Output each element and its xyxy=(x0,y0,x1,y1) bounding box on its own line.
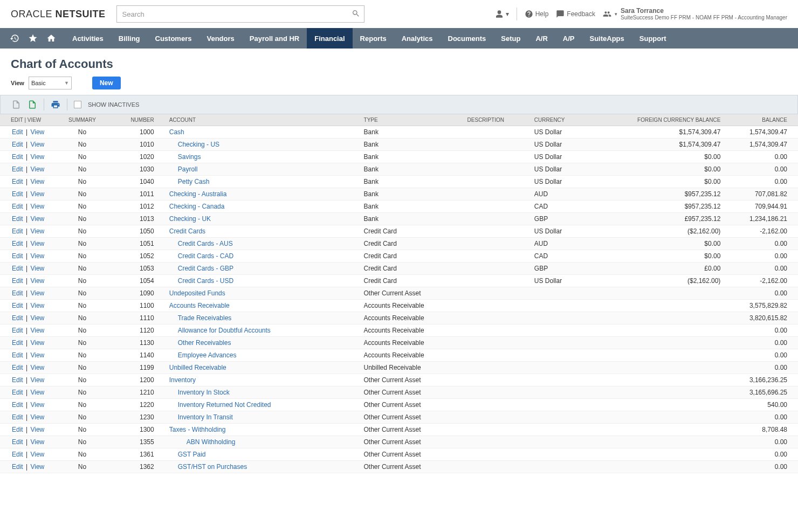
account-link[interactable]: Allowance for Doubtful Accounts xyxy=(169,327,271,334)
account-link[interactable]: Inventory Returned Not Credited xyxy=(169,401,271,409)
print-icon[interactable] xyxy=(51,100,60,109)
edit-link[interactable]: Edit xyxy=(12,302,23,309)
view-link[interactable]: View xyxy=(30,364,44,371)
edit-link[interactable]: Edit xyxy=(12,141,23,148)
account-link[interactable]: Petty Cash xyxy=(169,178,210,185)
edit-link[interactable]: Edit xyxy=(12,438,23,446)
search-input[interactable] xyxy=(116,5,364,23)
account-link[interactable]: Unbilled Receivable xyxy=(169,364,226,371)
help-button[interactable]: Help xyxy=(525,10,549,18)
edit-link[interactable]: Edit xyxy=(12,289,23,297)
view-link[interactable]: View xyxy=(30,426,44,433)
account-link[interactable]: Checking - UK xyxy=(169,215,211,223)
nav-documents[interactable]: Documents xyxy=(441,28,494,49)
view-link[interactable]: View xyxy=(30,240,44,247)
star-icon[interactable] xyxy=(28,33,38,43)
view-link[interactable]: View xyxy=(30,178,44,185)
edit-link[interactable]: Edit xyxy=(12,401,23,409)
view-link[interactable]: View xyxy=(30,327,44,334)
nav-analytics[interactable]: Analytics xyxy=(394,28,441,49)
account-link[interactable]: Cash xyxy=(169,128,184,136)
account-link[interactable]: Taxes - Withholding xyxy=(169,426,226,433)
new-button[interactable]: New xyxy=(92,77,121,89)
edit-link[interactable]: Edit xyxy=(12,128,23,136)
edit-link[interactable]: Edit xyxy=(12,339,23,347)
account-link[interactable]: GST Paid xyxy=(169,451,206,458)
view-link[interactable]: View xyxy=(30,153,44,161)
export-excel-icon[interactable] xyxy=(27,100,37,109)
edit-link[interactable]: Edit xyxy=(12,203,23,210)
account-link[interactable]: Checking - Canada xyxy=(169,203,225,210)
account-link[interactable]: ABN Withholding xyxy=(169,438,236,446)
edit-link[interactable]: Edit xyxy=(12,351,23,359)
edit-link[interactable]: Edit xyxy=(12,426,23,433)
history-icon[interactable] xyxy=(10,33,19,43)
edit-link[interactable]: Edit xyxy=(12,153,23,161)
account-link[interactable]: Credit Cards - CAD xyxy=(169,252,233,260)
view-link[interactable]: View xyxy=(30,277,44,285)
col-editview[interactable]: EDIT | VIEW xyxy=(0,114,55,126)
view-link[interactable]: View xyxy=(30,339,44,347)
view-link[interactable]: View xyxy=(30,302,44,309)
account-link[interactable]: Credit Cards - AUS xyxy=(169,240,233,247)
col-number[interactable]: NUMBER xyxy=(109,114,158,126)
edit-link[interactable]: Edit xyxy=(12,215,23,223)
view-link[interactable]: View xyxy=(30,401,44,409)
view-link[interactable]: View xyxy=(30,128,44,136)
home-icon[interactable] xyxy=(46,33,56,43)
edit-link[interactable]: Edit xyxy=(12,389,23,396)
col-type[interactable]: TYPE xyxy=(360,114,463,126)
account-link[interactable]: Other Receivables xyxy=(169,339,231,347)
edit-link[interactable]: Edit xyxy=(12,190,23,198)
col-currency[interactable]: CURRENCY xyxy=(530,114,603,126)
view-link[interactable]: View xyxy=(30,190,44,198)
col-account[interactable]: ACCOUNT xyxy=(159,114,360,126)
edit-link[interactable]: Edit xyxy=(12,227,23,235)
user-menu[interactable]: ▾ Sara Torrance SuiteSuccess Demo FF PRM… xyxy=(603,7,787,21)
account-link[interactable]: Checking - US xyxy=(169,141,219,148)
view-link[interactable]: View xyxy=(30,413,44,421)
view-link[interactable]: View xyxy=(30,351,44,359)
col-fcb[interactable]: FOREIGN CURRENCY BALANCE xyxy=(603,114,725,126)
edit-link[interactable]: Edit xyxy=(12,265,23,272)
view-link[interactable]: View xyxy=(30,289,44,297)
edit-link[interactable]: Edit xyxy=(12,327,23,334)
nav-financial[interactable]: Financial xyxy=(307,28,352,49)
role-switcher-icon[interactable]: ▾ xyxy=(495,10,509,18)
view-select[interactable]: Basic ▼ xyxy=(29,77,72,89)
show-inactives-checkbox[interactable] xyxy=(74,101,81,108)
nav-reports[interactable]: Reports xyxy=(353,28,394,49)
view-link[interactable]: View xyxy=(30,376,44,384)
account-link[interactable]: Credit Cards - USD xyxy=(169,277,233,285)
nav-a-p[interactable]: A/P xyxy=(555,28,582,49)
nav-activities[interactable]: Activities xyxy=(65,28,111,49)
view-link[interactable]: View xyxy=(30,165,44,173)
col-description[interactable]: DESCRIPTION xyxy=(463,114,530,126)
edit-link[interactable]: Edit xyxy=(12,413,23,421)
col-summary[interactable]: SUMMARY xyxy=(55,114,110,126)
nav-setup[interactable]: Setup xyxy=(493,28,528,49)
view-link[interactable]: View xyxy=(30,314,44,322)
edit-link[interactable]: Edit xyxy=(12,165,23,173)
nav-suiteapps[interactable]: SuiteApps xyxy=(582,28,632,49)
view-link[interactable]: View xyxy=(30,141,44,148)
edit-link[interactable]: Edit xyxy=(12,376,23,384)
edit-link[interactable]: Edit xyxy=(12,240,23,247)
account-link[interactable]: Accounts Receivable xyxy=(169,302,230,309)
edit-link[interactable]: Edit xyxy=(12,463,23,471)
nav-payroll-and-hr[interactable]: Payroll and HR xyxy=(242,28,307,49)
view-link[interactable]: View xyxy=(30,215,44,223)
export-csv-icon[interactable] xyxy=(11,100,21,109)
nav-support[interactable]: Support xyxy=(632,28,674,49)
account-link[interactable]: GST/HST on Purchases xyxy=(169,463,247,471)
account-link[interactable]: Credit Cards xyxy=(169,227,205,235)
col-balance[interactable]: BALANCE xyxy=(725,114,798,126)
edit-link[interactable]: Edit xyxy=(12,314,23,322)
edit-link[interactable]: Edit xyxy=(12,364,23,371)
account-link[interactable]: Trade Receivables xyxy=(169,314,232,322)
view-link[interactable]: View xyxy=(30,252,44,260)
nav-vendors[interactable]: Vendors xyxy=(199,28,242,49)
edit-link[interactable]: Edit xyxy=(12,252,23,260)
edit-link[interactable]: Edit xyxy=(12,178,23,185)
view-link[interactable]: View xyxy=(30,438,44,446)
